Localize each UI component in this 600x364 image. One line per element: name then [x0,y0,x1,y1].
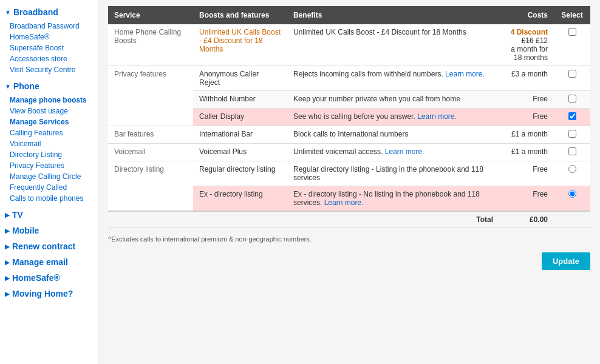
boost-name: Regular directory listing [199,165,275,174]
benefit-text: Unlimited UK Calls Boost - £4 Discount f… [293,28,466,36]
cost-cell: £1 a month [499,126,554,144]
col-select: Select [554,6,590,24]
select-cell[interactable] [554,144,590,161]
boost-cell: Voicemail Plus [193,144,287,161]
cost-discount: 4 Discount [511,28,548,36]
sidebar-link-calls-to-mobile-phones[interactable]: Calls to mobile phones [7,193,98,204]
boost-cell: Regular directory listing [193,161,287,186]
learn-more-link[interactable]: Learn more. [324,198,364,207]
feature-radio[interactable] [568,190,576,198]
main-content: Service Boosts and features Benefits Cos… [98,0,600,364]
sidebar-link-voicemail[interactable]: Voicemail [7,138,98,149]
benefit-text: Unlimited voicemail access. [293,147,385,156]
learn-more-link[interactable]: Learn more. [445,70,485,78]
arrow-icon: ▼ [5,83,11,90]
benefit-text: Block calls to International numbers [293,130,408,138]
benefit-cell: Unlimited UK Calls Boost - £4 Discount f… [287,24,499,66]
features-table: Service Boosts and features Benefits Cos… [108,6,590,228]
col-boosts: Boosts and features [193,6,287,24]
boost-cell: Caller Display [193,109,287,126]
service-cell: Voicemail [108,144,193,161]
benefit-cell: Block calls to International numbers [287,126,499,144]
col-costs: Costs [499,6,554,24]
sidebar-link-visit-security-centre[interactable]: Visit Security Centre [7,64,98,75]
benefit-text: Regular directory listing - Listing in t… [293,165,483,182]
sidebar-link-calling-features[interactable]: Calling Features [7,127,98,138]
sidebar-section-tv: ▶TV [0,207,98,222]
feature-checkbox[interactable] [568,95,576,103]
benefit-cell: Ex - directory listing - No listing in t… [287,186,499,212]
learn-more-link[interactable]: Learn more. [417,112,457,121]
sidebar-header-homesafe[interactable]: ▶HomeSafe® [0,271,98,285]
sidebar-header-moving-home[interactable]: ▶Moving Home? [0,286,98,301]
total-amount: £0.00 [499,211,554,228]
boost-name: Ex - directory listing [199,190,263,198]
boost-cell: International Bar [193,126,287,144]
feature-checkbox[interactable] [568,147,576,155]
sidebar-header-broadband[interactable]: ▼Broadband [0,5,98,19]
cost-cell: Free [499,91,554,109]
cost-cell: £1 a month [499,144,554,161]
boost-name: Voicemail Plus [199,147,247,156]
sidebar-section-label: Renew contract [12,241,75,251]
sidebar-links-broadband: Broadband PasswordHomeSafe®Supersafe Boo… [0,19,98,78]
cost-cell: 4 Discount£16 £12a month for18 months [499,24,554,66]
sidebar-link-manage-calling-circle[interactable]: Manage Calling Circle [7,171,98,182]
col-benefits: Benefits [287,6,499,24]
sidebar-header-tv[interactable]: ▶TV [0,207,98,222]
boost-cell: Withhold Number [193,91,287,109]
cost-cell: Free [499,186,554,212]
learn-more-link[interactable]: Learn more. [385,147,424,156]
feature-checkbox[interactable] [568,28,576,36]
select-cell[interactable] [554,66,590,91]
sidebar-link-privacy-features[interactable]: Privacy Features [7,160,98,171]
sidebar-section-label: Broadband [13,7,58,17]
cost-cell: Free [499,109,554,126]
sidebar-link-frequently-called[interactable]: Frequently Called [7,182,98,193]
select-cell[interactable] [554,161,590,186]
sidebar-link-manage-phone-boosts[interactable]: Manage phone boosts [7,95,98,106]
service-cell: Home Phone Calling Boosts [108,24,193,66]
sidebar-header-mobile[interactable]: ▶Mobile [0,223,98,238]
sidebar-link-broadband-password[interactable]: Broadband Password [7,21,98,32]
feature-radio[interactable] [568,165,576,173]
boost-cell: Ex - directory listing [193,186,287,212]
select-cell[interactable] [554,186,590,212]
select-cell[interactable] [554,91,590,109]
sidebar-link-view-boost-usage[interactable]: View Boost usage [7,106,98,116]
arrow-icon: ▶ [5,259,10,266]
sidebar-section-broadband: ▼BroadbandBroadband PasswordHomeSafe®Sup… [0,5,98,78]
service-cell: Bar features [108,126,193,144]
feature-checkbox[interactable] [568,70,576,78]
arrow-icon: ▶ [5,275,10,281]
sidebar-section-homesafe: ▶HomeSafe® [0,271,98,285]
sidebar-header-phone[interactable]: ▼Phone [0,79,98,93]
sidebar-link-accessories-store[interactable]: Accessories store [7,53,98,64]
sidebar-link-supersafe-boost[interactable]: Supersafe Boost [7,42,98,53]
sidebar-section-phone: ▼PhoneManage phone boostsView Boost usag… [0,79,98,206]
benefit-text: Ex - directory listing - No listing in t… [293,190,480,207]
select-cell[interactable] [554,126,590,144]
boost-name: Unlimited UK Calls Boost - £4 Discount f… [199,28,281,53]
feature-checkbox[interactable] [568,112,576,120]
sidebar-header-manage-email[interactable]: ▶Manage email [0,255,98,269]
sidebar-link-directory-listing[interactable]: Directory Listing [7,149,98,160]
update-button[interactable]: Update [542,252,590,270]
sidebar-section-label: HomeSafe® [12,273,60,283]
sidebar-section-label: Mobile [12,226,39,235]
table-row: Directory listingRegular directory listi… [108,161,590,186]
select-cell[interactable] [554,109,590,126]
select-cell[interactable] [554,24,590,66]
table-row: Home Phone Calling BoostsUnlimited UK Ca… [108,24,590,66]
col-service: Service [108,6,193,24]
sidebar-link-manage-services[interactable]: Manage Services [7,116,98,127]
sidebar-header-renew[interactable]: ▶Renew contract [0,239,98,254]
sidebar-section-moving-home: ▶Moving Home? [0,286,98,301]
sidebar-links-phone: Manage phone boostsView Boost usageManag… [0,93,98,206]
boost-name: Caller Display [199,112,244,121]
sidebar-link-homesafe[interactable]: HomeSafe® [7,32,98,42]
benefit-text: Rejects incoming calls from withheld num… [293,70,445,78]
sidebar-section-mobile: ▶Mobile [0,223,98,238]
feature-checkbox[interactable] [568,130,576,138]
table-row: VoicemailVoicemail PlusUnlimited voicema… [108,144,590,161]
